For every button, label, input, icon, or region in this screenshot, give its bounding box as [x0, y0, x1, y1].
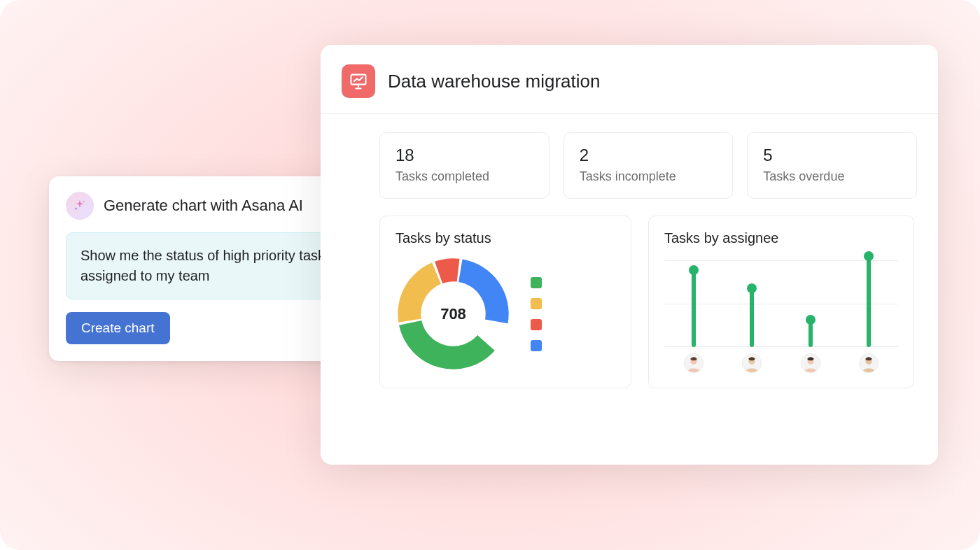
assignee-avatar [859, 353, 878, 373]
assignee-avatar [684, 353, 704, 373]
donut-legend [531, 277, 542, 351]
tasks-by-assignee-card[interactable]: Tasks by assignee [648, 216, 914, 388]
stat-value: 18 [396, 146, 533, 165]
tasks-by-status-card[interactable]: Tasks by status 708 [379, 216, 631, 388]
legend-swatch [531, 298, 542, 309]
ai-card-title: Generate chart with Asana AI [104, 197, 303, 215]
presentation-icon [342, 64, 375, 98]
sparkle-ai-icon [66, 192, 94, 220]
legend-swatch [531, 277, 542, 288]
bar-column [723, 256, 782, 347]
ai-prompt-input[interactable]: Show me the status of high priority task… [66, 232, 347, 299]
bar-column [781, 256, 840, 347]
bar-chart [664, 256, 898, 375]
stat-label: Tasks incomplete [580, 169, 718, 184]
stat-value: 5 [763, 146, 901, 165]
chart-title: Tasks by assignee [664, 230, 898, 246]
legend-swatch [531, 340, 542, 351]
donut-body: 708 [396, 256, 615, 372]
stat-label: Tasks overdue [763, 169, 901, 184]
assignee-avatar [801, 353, 820, 373]
stat-value: 2 [580, 146, 718, 165]
page-background: Generate chart with Asana AI Show me the… [0, 0, 980, 550]
assignee-avatars [664, 351, 898, 375]
bars-container [664, 256, 898, 347]
stats-row: 18 Tasks completed 2 Tasks incomplete 5 … [379, 132, 917, 199]
stat-card-completed[interactable]: 18 Tasks completed [379, 132, 550, 199]
bar-lollipop [867, 256, 871, 347]
stat-card-overdue[interactable]: 5 Tasks overdue [747, 132, 917, 199]
legend-swatch [531, 319, 542, 330]
bar-column [840, 256, 899, 347]
dashboard-body: 18 Tasks completed 2 Tasks incomplete 5 … [321, 114, 938, 388]
assignee-avatar [742, 353, 762, 373]
stat-label: Tasks completed [396, 169, 533, 184]
ai-generate-card: Generate chart with Asana AI Show me the… [49, 176, 364, 361]
dashboard-title: Data warehouse migration [388, 71, 601, 92]
ai-card-header: Generate chart with Asana AI [66, 192, 347, 220]
stat-card-incomplete[interactable]: 2 Tasks incomplete [564, 132, 734, 199]
bar-lollipop [808, 320, 813, 347]
bar-lollipop [692, 270, 696, 348]
donut-center-value: 708 [396, 256, 511, 372]
chart-title: Tasks by status [396, 230, 615, 246]
bar-column [664, 256, 723, 347]
dashboard-header: Data warehouse migration [321, 45, 938, 114]
charts-row: Tasks by status 708 Tasks by assignee [379, 216, 917, 388]
create-chart-button[interactable]: Create chart [66, 312, 170, 344]
dashboard-panel: Data warehouse migration 18 Tasks comple… [321, 45, 938, 465]
bar-lollipop [750, 288, 754, 348]
donut-chart: 708 [396, 256, 511, 372]
